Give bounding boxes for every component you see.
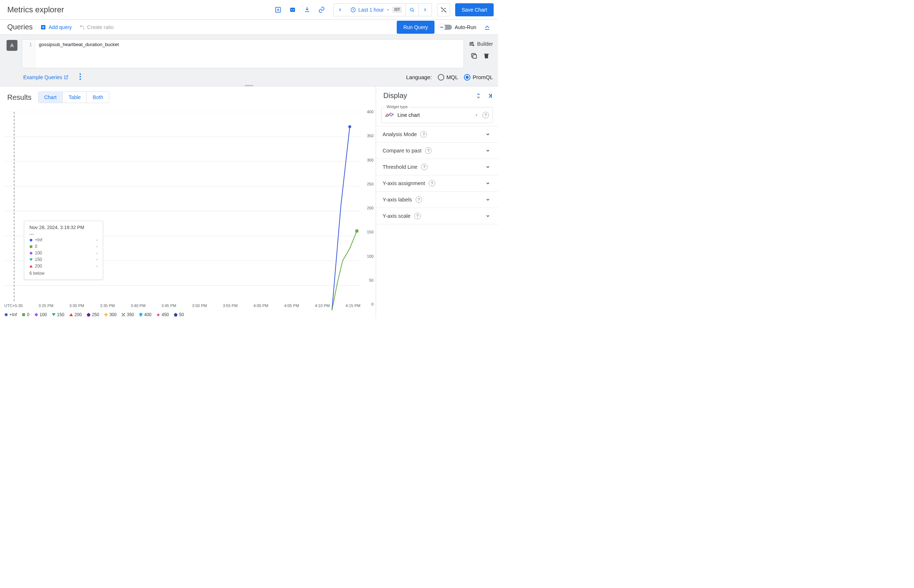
run-query-button[interactable]: Run Query (397, 21, 434, 34)
results-label: Results (7, 93, 32, 102)
chart-area[interactable]: 050100150200250300350400 Nov 28, 2024, 3… (0, 108, 376, 319)
collapse-panel-icon[interactable] (486, 92, 493, 99)
display-section[interactable]: Y-axis labels? (376, 192, 498, 208)
svg-rect-8 (473, 55, 476, 58)
help-icon[interactable]: ? (425, 147, 431, 154)
queries-label: Queries (7, 23, 33, 31)
svg-point-3 (410, 8, 413, 11)
chart-legend[interactable]: +Inf010015020025030035040045050 (4, 312, 360, 317)
display-section[interactable]: Analysis Mode? (376, 126, 498, 142)
tune-icon (468, 40, 475, 47)
auto-run-toggle[interactable] (439, 25, 452, 30)
svg-marker-30 (34, 313, 38, 317)
legend-item[interactable]: 350 (122, 312, 134, 317)
display-section[interactable]: Y-axis assignment? (376, 175, 498, 191)
svg-point-28 (5, 313, 8, 316)
svg-point-11 (79, 78, 81, 80)
time-range-label: Last 1 hour (358, 7, 384, 13)
auto-run-label: Auto-Run (455, 24, 476, 30)
delete-icon[interactable] (483, 52, 490, 60)
insert-chart-icon[interactable] (271, 3, 284, 16)
language-label: Language: (406, 74, 432, 80)
copy-icon[interactable] (470, 52, 478, 60)
tab-table[interactable]: Table (63, 92, 86, 103)
svg-marker-25 (29, 252, 33, 255)
legend-item[interactable]: 200 (69, 312, 82, 317)
query-text[interactable]: gossipsub_heartbeat_duration_bucket (35, 40, 122, 68)
legend-item[interactable]: 300 (104, 312, 116, 317)
svg-point-6 (470, 44, 472, 45)
display-section[interactable]: Threshold Line? (376, 159, 498, 175)
resize-handle[interactable] (245, 85, 254, 86)
svg-point-7 (473, 45, 474, 46)
ratio-icon (79, 24, 85, 30)
help-icon[interactable]: ? (416, 196, 422, 203)
help-icon[interactable]: ? (421, 164, 428, 170)
legend-item[interactable]: 450 (157, 312, 169, 317)
timezone-badge: IST (392, 6, 402, 13)
builder-button[interactable]: Builder (468, 40, 493, 47)
time-range-picker[interactable]: Last 1 hour IST (347, 6, 405, 13)
add-query-button[interactable]: Add query (40, 24, 72, 31)
display-label: Display (383, 92, 407, 100)
save-chart-button[interactable]: Save Chart (455, 3, 494, 16)
open-new-icon (63, 75, 69, 80)
collapse-icon[interactable] (481, 21, 494, 34)
legend-item[interactable]: +Inf (4, 312, 17, 317)
svg-marker-27 (29, 265, 33, 267)
svg-marker-31 (52, 313, 55, 316)
query-chip[interactable]: A (6, 40, 18, 51)
help-icon[interactable]: ? (414, 213, 421, 219)
clock-icon (350, 7, 356, 13)
help-icon[interactable]: ? (429, 180, 435, 187)
time-prev-button[interactable] (334, 4, 347, 16)
tab-both[interactable]: Both (86, 92, 109, 103)
time-cursor[interactable] (14, 112, 15, 301)
legend-item[interactable]: 250 (87, 312, 99, 317)
download-icon[interactable] (300, 3, 313, 16)
svg-rect-22 (355, 229, 358, 232)
tab-chart[interactable]: Chart (39, 92, 63, 103)
svg-rect-29 (22, 313, 25, 316)
chevron-down-icon (484, 131, 491, 138)
chevron-down-icon (386, 8, 390, 12)
help-icon[interactable]: ? (483, 112, 489, 118)
expand-v-icon[interactable] (475, 92, 482, 99)
svg-point-9 (79, 73, 81, 75)
example-queries-link[interactable]: Example Queries (23, 74, 69, 80)
display-section[interactable]: Compare to past? (376, 143, 498, 158)
svg-rect-1 (291, 8, 295, 12)
chevron-down-icon (475, 113, 479, 117)
time-next-button[interactable] (418, 4, 431, 16)
link-icon[interactable] (315, 3, 328, 16)
create-ratio-button: Create ratio (79, 24, 114, 30)
lang-promql-radio[interactable]: PromQL (464, 74, 493, 81)
chevron-down-icon (484, 212, 491, 220)
chevron-down-icon (484, 180, 491, 187)
chevron-down-icon (484, 196, 491, 203)
code-icon[interactable] (286, 3, 299, 16)
shuffle-off-icon[interactable] (437, 3, 450, 16)
line-chart-icon (385, 112, 394, 118)
widget-type-select[interactable]: Widget type Line chart ? (381, 107, 493, 123)
svg-marker-26 (29, 258, 33, 261)
lang-mql-radio[interactable]: MQL (438, 74, 459, 81)
more-menu-icon[interactable] (79, 73, 81, 81)
legend-item[interactable]: 50 (174, 312, 184, 317)
svg-point-5 (472, 42, 473, 43)
help-icon[interactable]: ? (420, 131, 427, 137)
legend-item[interactable]: 100 (34, 312, 47, 317)
chevron-down-icon (484, 163, 491, 171)
svg-marker-34 (157, 313, 160, 317)
display-section[interactable]: Y-axis scale? (376, 208, 498, 224)
svg-point-21 (348, 125, 351, 128)
time-zoom-button[interactable] (405, 4, 418, 16)
query-editor[interactable]: 1 gossipsub_heartbeat_duration_bucket (22, 39, 464, 68)
plus-box-icon (40, 24, 47, 31)
svg-point-10 (79, 76, 81, 77)
legend-item[interactable]: 150 (52, 312, 64, 317)
chart-tooltip: Nov 28, 2024, 3:19:32 PM — +Inf-0-100-15… (24, 221, 103, 280)
legend-item[interactable]: 0 (22, 312, 29, 317)
legend-item[interactable]: 400 (139, 312, 151, 317)
svg-marker-35 (174, 313, 178, 317)
